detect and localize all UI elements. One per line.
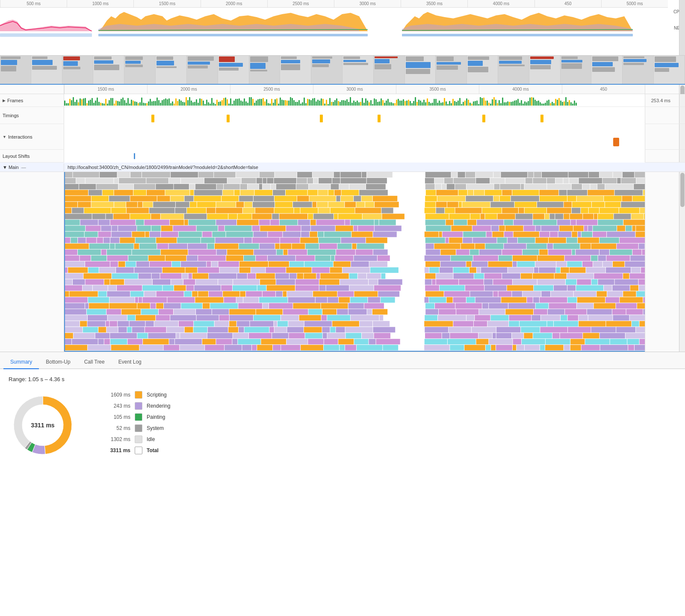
timings-track: Timings	[0, 107, 685, 124]
thumbnail-item[interactable]	[280, 56, 311, 84]
frame-bar	[444, 98, 445, 106]
legend-value: 1609 ms	[103, 392, 130, 398]
frame-bar	[187, 100, 189, 106]
thumb-bar	[623, 56, 644, 58]
thumbnail-item[interactable]	[311, 56, 342, 84]
frame-bar	[550, 103, 551, 106]
timing-mark	[540, 115, 543, 122]
flame-chart[interactable]	[64, 172, 645, 352]
frame-bar	[68, 103, 69, 106]
frame-bar	[312, 98, 313, 106]
overview-scrollbar[interactable]	[679, 0, 685, 55]
frames-track: ▶ Frames 253.4 ms	[0, 94, 685, 107]
frame-bar	[553, 103, 555, 106]
frame-bar	[66, 103, 67, 106]
frames-arrow[interactable]: ▶	[3, 98, 6, 103]
frame-bar	[557, 100, 558, 106]
frame-bar	[240, 101, 242, 106]
thumbnail-item[interactable]	[0, 56, 31, 84]
frame-bar	[363, 103, 365, 106]
thumbnail-item[interactable]	[249, 56, 280, 84]
frame-bar	[251, 97, 252, 106]
frame-bar	[386, 101, 387, 106]
thumbnail-item[interactable]	[529, 56, 561, 84]
tab-call-tree[interactable]: Call Tree	[77, 355, 112, 369]
legend-swatch	[135, 402, 142, 410]
thumbnail-item[interactable]	[124, 56, 156, 84]
thumbnail-item[interactable]	[467, 56, 498, 84]
thumbnail-item[interactable]	[93, 56, 124, 84]
interactions-track: ▼ Interactions	[0, 124, 685, 150]
frame-bar	[565, 97, 567, 106]
frame-bar	[182, 102, 183, 106]
thumb-bar	[437, 65, 458, 70]
frame-bar	[375, 99, 377, 106]
thumb-bar	[375, 59, 390, 63]
frame-bar	[189, 97, 190, 106]
frame-bar	[78, 102, 79, 106]
thumbnail-item[interactable]	[498, 56, 529, 84]
frame-bar	[570, 102, 572, 106]
frame-bar	[384, 103, 385, 106]
thumb-bar	[219, 63, 243, 67]
thumb-bar	[561, 60, 583, 62]
frame-bar	[521, 100, 522, 106]
range-text: Range: 1.05 s – 4.36 s	[9, 376, 676, 382]
thumbnail-item[interactable]	[156, 56, 187, 84]
frame-bar	[133, 101, 134, 106]
frame-bar	[473, 101, 474, 106]
thumbnail-item[interactable]	[654, 56, 685, 84]
thumb-bar	[592, 67, 614, 72]
frame-bar	[85, 98, 86, 106]
tab-bottom-up[interactable]: Bottom-Up	[39, 355, 77, 369]
tab-event-log[interactable]: Event Log	[112, 355, 148, 369]
legend-value: 243 ms	[103, 403, 130, 409]
thumb-bar	[156, 61, 174, 65]
frame-bar	[475, 101, 476, 106]
timeline-scrollbar[interactable]	[679, 85, 685, 94]
svg-rect-1	[0, 33, 92, 37]
frame-bar	[256, 101, 257, 106]
frame-bar	[69, 99, 71, 106]
thumbnail-item[interactable]	[561, 56, 592, 84]
frame-bar	[319, 101, 320, 106]
frame-bar	[196, 99, 197, 106]
frame-bar	[227, 99, 228, 106]
frame-bar	[322, 99, 324, 106]
flame-scrollbar[interactable]	[679, 172, 685, 352]
main-arrow[interactable]: ▼	[3, 165, 7, 170]
frame-bar	[74, 102, 76, 106]
donut-center: 3311 ms	[31, 422, 54, 429]
net-graph	[0, 31, 668, 40]
thumb-bar	[530, 56, 554, 59]
frame-bar	[529, 98, 531, 106]
thumbnail-item[interactable]	[436, 56, 467, 84]
thumbnail-item[interactable]	[374, 56, 405, 84]
frame-bar	[447, 104, 449, 106]
thumbnail-item[interactable]	[405, 56, 436, 84]
frame-bar	[435, 99, 437, 106]
legend-label: Idle	[147, 436, 155, 442]
thumbnail-item[interactable]	[342, 56, 374, 84]
thumbnail-item[interactable]	[31, 56, 62, 84]
frame-bar	[562, 102, 563, 106]
frame-bar	[167, 99, 168, 106]
frame-bar	[555, 99, 556, 106]
frame-bar	[278, 104, 279, 106]
overview-ruler-tick: 2500 ms	[267, 0, 334, 7]
flame-canvas	[64, 172, 645, 351]
timeline-ruler-tick: 1500 ms	[64, 85, 147, 94]
frame-bar	[158, 100, 159, 106]
thumbnail-item[interactable]	[218, 56, 249, 84]
tab-summary[interactable]: Summary	[3, 355, 39, 369]
thumbnail-item[interactable]	[623, 56, 654, 84]
frame-bar	[71, 100, 72, 106]
frame-bar	[425, 102, 426, 106]
interaction-block[interactable]	[613, 138, 619, 146]
thumbnail-item[interactable]	[187, 56, 218, 84]
frame-bar	[92, 98, 93, 106]
thumbnail-item[interactable]	[591, 56, 623, 84]
frame-bar	[247, 103, 248, 106]
thumbnail-item[interactable]	[62, 56, 94, 84]
interactions-arrow[interactable]: ▼	[3, 135, 6, 139]
